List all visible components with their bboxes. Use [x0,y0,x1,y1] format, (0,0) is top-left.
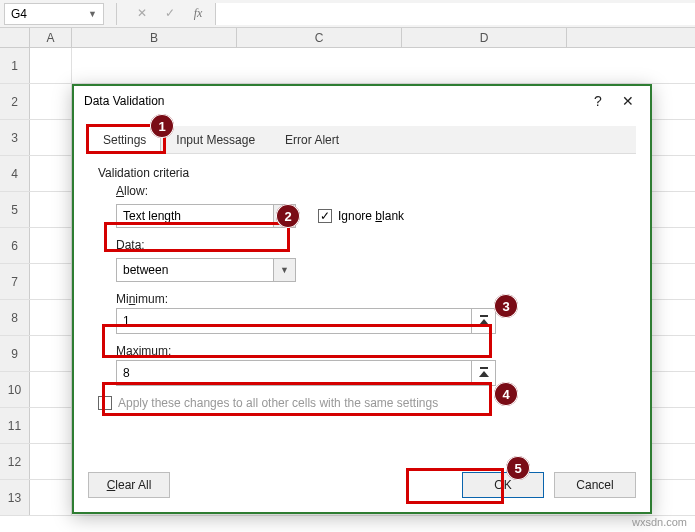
name-box-value: G4 [11,7,27,21]
cell[interactable] [30,408,72,443]
chevron-down-icon: ▼ [273,259,295,281]
dialog-titlebar: Data Validation ? ✕ [74,86,650,116]
settings-panel: Validation criteria AAllow:llow: Text le… [88,162,636,420]
cell[interactable] [30,480,72,515]
cell[interactable] [30,48,72,83]
chevron-down-icon[interactable]: ▼ [88,9,97,19]
data-label: Data: [116,238,626,252]
row-header[interactable]: 4 [0,156,30,191]
cell[interactable] [30,444,72,479]
select-all-corner[interactable] [0,28,30,47]
column-header[interactable]: B [72,28,237,47]
column-header[interactable]: D [402,28,567,47]
insert-function-icon[interactable]: fx [191,6,205,21]
maximum-input[interactable]: 8 [116,360,496,386]
formula-input[interactable] [215,3,695,25]
confirm-edit-icon[interactable]: ✓ [163,6,177,21]
column-header[interactable]: C [237,28,402,47]
formula-bar: G4 ▼ ✕ ✓ fx [0,0,695,28]
apply-label: Apply these changes to all other cells w… [118,396,438,410]
cell[interactable] [30,120,72,155]
refedit-icon[interactable] [471,361,495,385]
row-header[interactable]: 1 [0,48,30,83]
row-header[interactable]: 9 [0,336,30,371]
cell[interactable] [30,300,72,335]
ignore-blank-checkbox[interactable]: ✓ Ignore blank [318,209,404,223]
cell[interactable] [30,228,72,263]
row-header[interactable]: 3 [0,120,30,155]
allow-label: AAllow:llow: [116,184,626,198]
cell[interactable] [30,192,72,227]
section-title: Validation criteria [98,166,626,180]
tab-error-alert[interactable]: Error Alert [270,126,354,153]
apply-to-others-checkbox: ✓ Apply these changes to all other cells… [98,396,626,410]
divider [116,3,117,25]
column-headers: A B C D [0,28,695,48]
data-select[interactable]: between ▼ [116,258,296,282]
minimum-label: Minimum: [116,292,626,306]
tab-settings[interactable]: Settings [88,126,161,154]
row-header[interactable]: 6 [0,228,30,263]
row-header[interactable]: 10 [0,372,30,407]
minimum-input[interactable]: 1 [116,308,496,334]
cell[interactable] [30,156,72,191]
maximum-value: 8 [123,366,130,380]
name-box[interactable]: G4 ▼ [4,3,104,25]
chevron-down-icon: ▼ [273,205,295,227]
checkbox-icon: ✓ [318,209,332,223]
data-value: between [123,263,168,277]
row-header[interactable]: 11 [0,408,30,443]
cancel-button[interactable]: Cancel [554,472,636,498]
row-header[interactable]: 2 [0,84,30,119]
maximum-label: Maximum: [116,344,626,358]
ok-button[interactable]: OK [462,472,544,498]
clear-all-button[interactable]: Clear All [88,472,170,498]
allow-value: Text length [123,209,181,223]
checkbox-icon: ✓ [98,396,112,410]
formula-bar-buttons: ✕ ✓ fx [125,6,215,21]
column-header[interactable]: A [30,28,72,47]
help-button[interactable]: ? [586,93,610,109]
row-header[interactable]: 5 [0,192,30,227]
cell[interactable] [30,336,72,371]
cell[interactable] [30,264,72,299]
tab-input-message[interactable]: Input Message [161,126,270,153]
row-header[interactable]: 12 [0,444,30,479]
row-header[interactable]: 7 [0,264,30,299]
minimum-value: 1 [123,314,130,328]
data-validation-dialog: Data Validation ? ✕ Settings Input Messa… [72,84,652,514]
close-icon[interactable]: ✕ [616,93,640,109]
refedit-icon[interactable] [471,309,495,333]
dialog-buttons: Clear All OK Cancel [88,472,636,498]
cell[interactable] [30,372,72,407]
allow-select[interactable]: Text length ▼ [116,204,296,228]
row-header[interactable]: 13 [0,480,30,515]
dialog-title: Data Validation [84,94,586,108]
dialog-tabs: Settings Input Message Error Alert [88,126,636,154]
cell[interactable] [30,84,72,119]
row-header[interactable]: 8 [0,300,30,335]
watermark: wxsdn.com [632,516,687,528]
cancel-edit-icon[interactable]: ✕ [135,6,149,21]
